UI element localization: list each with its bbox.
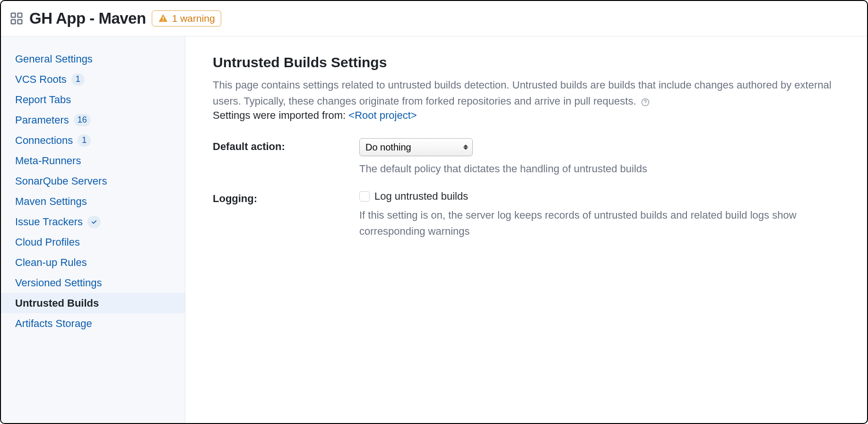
app-grid-icon bbox=[9, 11, 24, 26]
sidebar: General SettingsVCS Roots1Report TabsPar… bbox=[1, 36, 185, 423]
sidebar-item-untrusted-builds[interactable]: Untrusted Builds bbox=[1, 293, 185, 313]
svg-rect-0 bbox=[11, 13, 16, 18]
sidebar-item-artifacts-storage[interactable]: Artifacts Storage bbox=[1, 313, 185, 334]
check-icon bbox=[87, 216, 101, 228]
logging-row: Logging: Log untrusted builds If this se… bbox=[213, 190, 840, 239]
sidebar-item-vcs-roots[interactable]: VCS Roots1 bbox=[1, 69, 185, 89]
sidebar-item-maven-settings[interactable]: Maven Settings bbox=[1, 191, 185, 212]
sidebar-item-label: Connections bbox=[15, 134, 73, 147]
sidebar-item-label: Issue Trackers bbox=[15, 216, 83, 228]
svg-point-7 bbox=[645, 104, 646, 104]
sidebar-item-connections[interactable]: Connections1 bbox=[1, 130, 185, 150]
sidebar-item-versioned-settings[interactable]: Versioned Settings bbox=[1, 273, 185, 293]
sidebar-item-clean-up-rules[interactable]: Clean-up Rules bbox=[1, 252, 185, 273]
warning-badge[interactable]: 1 warning bbox=[152, 10, 221, 26]
logging-checkbox[interactable] bbox=[359, 191, 370, 202]
page-header: GH App - Maven 1 warning bbox=[1, 1, 867, 36]
sidebar-item-meta-runners[interactable]: Meta-Runners bbox=[1, 150, 185, 171]
count-badge: 1 bbox=[71, 73, 85, 86]
sidebar-item-label: Maven Settings bbox=[15, 195, 87, 208]
sidebar-item-sonarqube-servers[interactable]: SonarQube Servers bbox=[1, 171, 185, 191]
count-badge: 16 bbox=[74, 114, 91, 126]
sidebar-item-label: Parameters bbox=[15, 114, 69, 126]
warning-icon bbox=[158, 13, 168, 24]
default-action-label: Default action: bbox=[213, 138, 359, 153]
content-heading: Untrusted Builds Settings bbox=[213, 54, 840, 71]
sidebar-item-label: Clean-up Rules bbox=[15, 256, 87, 269]
sidebar-item-label: VCS Roots bbox=[15, 73, 67, 86]
sidebar-item-label: Versioned Settings bbox=[15, 277, 102, 289]
sidebar-item-parameters[interactable]: Parameters16 bbox=[1, 110, 185, 130]
sidebar-item-label: Cloud Profiles bbox=[15, 236, 80, 248]
sidebar-item-label: General Settings bbox=[15, 53, 93, 65]
logging-checkbox-label: Log untrusted builds bbox=[374, 190, 468, 203]
svg-rect-5 bbox=[163, 20, 164, 21]
default-action-select[interactable]: Do nothing bbox=[359, 138, 473, 156]
sidebar-item-label: Report Tabs bbox=[15, 94, 71, 106]
default-action-row: Default action: Do nothing The default p… bbox=[213, 138, 840, 177]
content-description: This page contains settings related to u… bbox=[213, 79, 832, 107]
help-icon[interactable] bbox=[641, 97, 650, 107]
sidebar-item-cloud-profiles[interactable]: Cloud Profiles bbox=[1, 232, 185, 252]
main-content: Untrusted Builds Settings This page cont… bbox=[185, 36, 867, 423]
sidebar-item-label: SonarQube Servers bbox=[15, 175, 107, 187]
sidebar-item-general-settings[interactable]: General Settings bbox=[1, 49, 185, 69]
logging-hint: If this setting is on, the server log ke… bbox=[359, 207, 840, 239]
sidebar-item-label: Meta-Runners bbox=[15, 155, 81, 167]
sidebar-item-report-tabs[interactable]: Report Tabs bbox=[1, 89, 185, 110]
sidebar-item-label: Artifacts Storage bbox=[15, 318, 92, 330]
svg-rect-2 bbox=[11, 20, 16, 24]
page-title: GH App - Maven bbox=[29, 9, 146, 27]
svg-rect-1 bbox=[18, 13, 22, 18]
logging-label: Logging: bbox=[213, 190, 359, 205]
svg-rect-3 bbox=[18, 20, 22, 24]
count-badge: 1 bbox=[78, 134, 91, 147]
svg-rect-4 bbox=[163, 17, 164, 19]
imported-prefix: Settings were imported from: bbox=[213, 109, 348, 121]
imported-from-link[interactable]: <Root project> bbox=[348, 109, 417, 121]
warning-text: 1 warning bbox=[172, 13, 215, 24]
default-action-hint: The default policy that dictates the han… bbox=[359, 161, 840, 177]
imported-from-line: Settings were imported from: <Root proje… bbox=[213, 109, 840, 122]
sidebar-item-label: Untrusted Builds bbox=[15, 297, 99, 309]
sidebar-item-issue-trackers[interactable]: Issue Trackers bbox=[1, 212, 185, 232]
